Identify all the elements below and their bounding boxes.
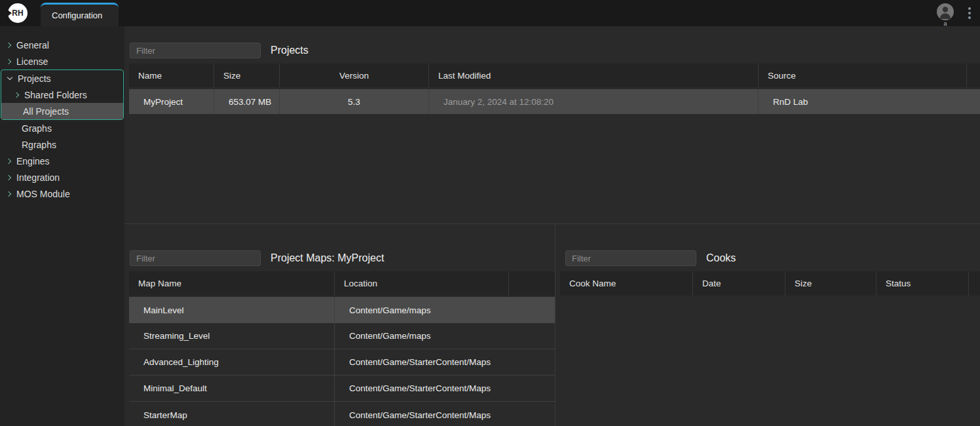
projects-table-header: Name Size Version Last Modified Source [129, 64, 980, 87]
column-header-cook-name: Cook Name [560, 271, 693, 296]
column-header-size: Size [214, 64, 280, 87]
chevron-right-icon [6, 174, 11, 180]
column-header-cook-size: Size [785, 271, 876, 296]
sidebar-item-label: License [16, 56, 48, 67]
cell-version: 5.3 [280, 89, 429, 114]
cell-location: Content/Game/StarterContent/Maps [335, 376, 509, 401]
cell-location: Content/Game/maps [335, 323, 509, 349]
sidebar-item-label: Graphs [22, 123, 52, 134]
sidebar-item-label: MOS Module [16, 189, 70, 199]
projects-panel: Projects Name Size Version Last Modified… [124, 26, 980, 224]
sidebar-item-label: All Projects [23, 106, 69, 117]
cell-map-name: MainLevel [129, 297, 335, 323]
sidebar-item-shared-folders[interactable]: Shared Folders [1, 87, 123, 103]
sidebar-item-license[interactable]: License [0, 53, 124, 69]
cell-map-name: Minimal_Default [129, 376, 335, 401]
app-body: General License Projects Shared Folders … [0, 26, 980, 426]
chevron-right-icon [14, 92, 19, 97]
project-maps-panel: Project Maps: MyProject Map Name Locatio… [124, 224, 556, 426]
sidebar-item-label: Shared Folders [24, 90, 87, 100]
table-row-advanced-lighting[interactable]: Advanced_Lighting Content/Game/StarterCo… [129, 349, 555, 376]
chevron-down-icon [7, 75, 12, 80]
kebab-menu-icon[interactable] [968, 7, 971, 19]
sidebar-item-engines[interactable]: Engines [0, 153, 124, 169]
table-row-minimal-default[interactable]: Minimal_Default Content/Game/StarterCont… [129, 376, 555, 402]
cooks-panel: Cooks Cook Name Date Size Status [556, 224, 980, 426]
rh-logo-text: RH [12, 9, 23, 18]
column-header-version: Version [280, 64, 429, 87]
projects-filter-row: Projects [124, 43, 980, 58]
maps-filter-input[interactable] [130, 250, 261, 266]
sidebar-item-integration[interactable]: Integration [0, 169, 124, 185]
column-header-status: Status [876, 271, 969, 296]
cooks-panel-title: Cooks [706, 252, 736, 264]
column-header-last-modified: Last Modified [429, 64, 759, 87]
column-header-location: Location [335, 271, 509, 296]
column-header-source: Source [759, 64, 967, 87]
kebab-dot [968, 12, 971, 14]
column-header-empty [509, 271, 550, 296]
sidebar-item-projects[interactable]: Projects [1, 70, 123, 87]
column-header-name: Name [129, 64, 214, 87]
sidebar-item-label: General [16, 40, 49, 50]
maps-table-header: Map Name Location [129, 271, 555, 296]
maps-filter-row: Project Maps: MyProject [124, 250, 555, 266]
sidebar-item-label: Engines [16, 156, 50, 166]
maps-table: Map Name Location MainLevel Content/Game… [129, 271, 555, 426]
cell-last-modified: January 2, 2024 at 12:08:20 [429, 89, 759, 114]
sidebar-item-all-projects[interactable]: All Projects [1, 103, 123, 119]
sidebar: General License Projects Shared Folders … [0, 26, 124, 426]
cooks-filter-row: Cooks [556, 250, 980, 266]
cell-size: 653.07 MB [214, 89, 280, 114]
chevron-right-icon [6, 158, 11, 163]
cell-name: MyProject [129, 89, 214, 114]
cooks-table-header: Cook Name Date Size Status [560, 271, 980, 296]
table-row-streaming-level[interactable]: Streaming_Level Content/Game/maps [129, 323, 555, 349]
cell-source: RnD Lab [759, 89, 967, 114]
column-header-date: Date [693, 271, 785, 296]
cell-map-name: Streaming_Level [129, 323, 335, 349]
cell-location: Content/Game/StarterContent/Maps [335, 349, 509, 375]
cell-map-name: StarterMap [129, 402, 335, 426]
sidebar-item-general[interactable]: General [0, 37, 124, 53]
projects-tree-group: Projects Shared Folders All Projects [1, 69, 124, 120]
chevron-right-icon [6, 58, 11, 64]
top-bar: RH Configuration a [0, 0, 980, 26]
projects-table: Name Size Version Last Modified Source M… [129, 64, 980, 114]
table-row-startermap[interactable]: StarterMap Content/Game/StarterContent/M… [129, 402, 555, 426]
tab-configuration[interactable]: Configuration [41, 3, 119, 26]
projects-filter-input[interactable] [130, 43, 261, 58]
person-icon [937, 3, 954, 20]
sidebar-item-graphs[interactable]: Graphs [0, 120, 124, 136]
column-header-map-name: Map Name [129, 271, 335, 296]
cell-location: Content/Game/StarterContent/Maps [335, 402, 509, 426]
projects-panel-title: Projects [271, 45, 309, 56]
kebab-dot [968, 16, 971, 19]
sidebar-item-rgraphs[interactable]: Rgraphs [0, 136, 124, 153]
sidebar-item-mos-module[interactable]: MOS Module [0, 185, 124, 202]
cell-location: Content/Game/maps [335, 297, 509, 323]
table-row-myproject[interactable]: MyProject 653.07 MB 5.3 January 2, 2024 … [129, 89, 980, 114]
sidebar-item-label: Rgraphs [22, 140, 56, 150]
chevron-right-icon [6, 42, 11, 47]
user-menu[interactable]: a [937, 3, 954, 27]
chevron-right-icon [6, 191, 11, 196]
sidebar-item-label: Projects [18, 73, 51, 84]
cooks-filter-input[interactable] [565, 250, 696, 266]
tab-label: Configuration [52, 10, 102, 20]
maps-panel-title: Project Maps: MyProject [271, 252, 384, 264]
rh-logo-icon[interactable]: RH [8, 3, 28, 23]
cooks-table: Cook Name Date Size Status [560, 271, 980, 296]
avatar-label: a [937, 21, 954, 27]
cell-map-name: Advanced_Lighting [129, 349, 335, 375]
main-content: Projects Name Size Version Last Modified… [124, 26, 980, 426]
sidebar-item-label: Integration [16, 172, 60, 183]
table-row-mainlevel[interactable]: MainLevel Content/Game/maps [129, 297, 555, 323]
kebab-dot [968, 7, 971, 10]
avatar-icon [937, 3, 954, 20]
bottom-panels: Project Maps: MyProject Map Name Locatio… [124, 224, 980, 426]
